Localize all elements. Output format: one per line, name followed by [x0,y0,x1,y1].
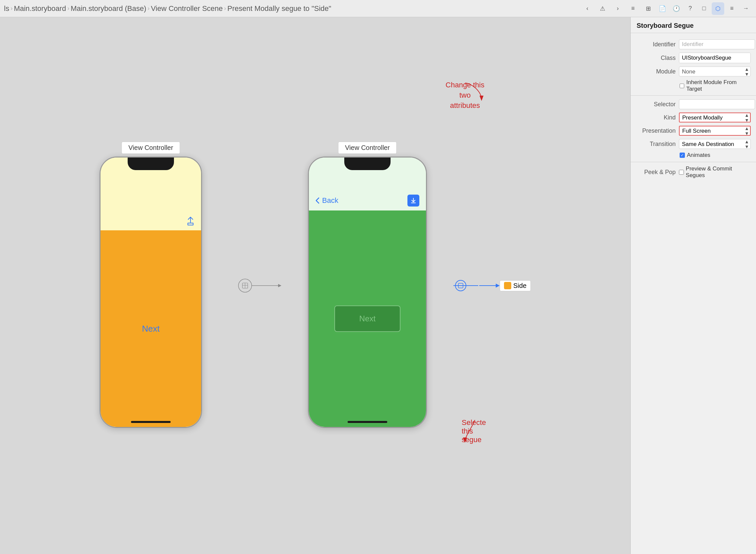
separator-2 [631,162,756,162]
separator-1 [631,95,756,96]
class-input[interactable] [679,53,751,63]
forward-button[interactable]: › [612,3,624,14]
next-button-label: Next [359,314,375,323]
next-button[interactable]: Next [334,306,400,332]
phone1-body: Next [101,230,201,427]
phone1-home-indicator [131,421,171,423]
download-icon[interactable] [407,195,419,207]
breadcrumb-sep-1: › [67,5,69,12]
annotation-change-attrs: Change this twoattributes [445,80,485,101]
side-badge: Side [500,280,531,291]
breadcrumb-main-storyboard-base[interactable]: Main.storyboard (Base) [71,4,146,13]
library-icon[interactable]: □ [698,2,710,15]
identifier-input[interactable] [679,39,755,49]
animates-row: ✓ Animates [631,151,756,160]
class-label: Class [636,55,676,62]
vc2-label: View Controller [338,142,396,154]
segue-connector: Side [453,277,531,294]
animates-label: Animates [687,152,710,159]
panel-body: Identifier Class ⊕ › Module None [631,33,756,554]
peek-row: Peek & Pop Preview & Commit Segues [631,164,756,180]
breadcrumb-main-storyboard[interactable]: Main.storyboard [14,4,66,13]
right-panel: Storyboard Segue Identifier Class ⊕ › Mo… [630,17,756,554]
phone1-content: Next [101,158,201,427]
peek-label: Peek & Pop [636,169,676,176]
identifier-label: Identifier [636,41,676,48]
breadcrumb-sep-2: › [147,5,149,12]
phone2-notch [344,158,391,170]
nav-icon[interactable]: ≡ [726,2,738,15]
module-select-container: None ▲▼ [679,66,751,76]
segue-arrow-svg [229,276,281,295]
inherit-row: Inherit Module From Target [631,78,756,93]
annotation-change-text: Change this twoattributes [445,80,485,111]
back-button-phone[interactable]: Back [315,196,338,205]
animates-checkbox[interactable]: ✓ [680,153,685,158]
presentation-label: Presentation [636,127,676,134]
transition-select[interactable]: Same As Destination Cover Vertical Flip … [679,139,751,149]
phone2-mockup: Back Next [308,157,427,428]
side-badge-label: Side [513,282,526,290]
grid-button[interactable]: ⊞ [642,3,654,14]
kind-select-container: Show Show Detail Present Modally Present… [679,113,751,122]
breadcrumb-sep-3: › [224,5,226,12]
transition-row: Transition Same As Destination Cover Ver… [631,137,756,151]
selector-input[interactable] [679,99,755,109]
kind-row: Kind Show Show Detail Present Modally Pr… [631,111,756,124]
kind-select[interactable]: Show Show Detail Present Modally Present… [679,113,751,122]
side-badge-icon [504,282,511,289]
peek-value: Preview & Commit Segues [686,165,751,179]
breadcrumb-vc-scene[interactable]: View Controller Scene [151,4,223,13]
presentation-row: Presentation Full Screen Automatic Page … [631,124,756,137]
breadcrumb-sep-0: › [11,5,13,12]
vc1-label: View Controller [121,142,180,154]
warning-button[interactable]: ⚠ [596,3,609,14]
phone1-wrapper: View Controller Next [100,157,202,428]
annotation-select-segue: Selecte this segue [462,418,488,445]
inspector-icon[interactable]: ⬡ [712,2,724,15]
presentation-select[interactable]: Full Screen Automatic Page Sheet Form Sh… [679,126,751,136]
phone2-home-indicator [348,421,387,423]
kind-label: Kind [636,114,676,121]
menu-button[interactable]: ≡ [627,3,639,14]
file-icon[interactable]: 📄 [656,2,669,15]
inherit-label: Inherit Module From Target [686,79,751,92]
arrow-right-icon[interactable]: → [740,2,752,15]
phone2-nav: Back [315,195,419,207]
class-input-container: ⊕ › [679,53,751,63]
phone1-mockup: Next [100,157,202,428]
presentation-select-container: Full Screen Automatic Page Sheet Form Sh… [679,126,751,136]
selector-label: Selector [636,101,676,108]
share-icon[interactable] [185,216,196,226]
panel-icons: 📄 🕐 ? □ ⬡ ≡ → [656,2,752,15]
phone1-next-label: Next [142,324,160,334]
peek-checkbox[interactable] [679,170,684,175]
module-row: Module None ▲▼ [631,65,756,78]
breadcrumb-segue[interactable]: Present Modally segue to "Side" [228,4,331,13]
segue-arrow-area [229,276,281,295]
toolbar: ls › Main.storyboard › Main.storyboard (… [0,0,756,17]
svg-marker-10 [496,284,500,288]
breadcrumb: ls › Main.storyboard › Main.storyboard (… [4,4,579,13]
phone2-wrapper: View Controller Back [308,157,427,428]
transition-select-container: Same As Destination Cover Vertical Flip … [679,139,751,149]
clock-icon[interactable]: 🕐 [670,2,683,15]
canvas-area: View Controller Next [0,17,630,554]
transition-label: Transition [636,141,676,148]
phone1-notch [128,158,174,170]
help-icon[interactable]: ? [684,2,696,15]
back-button[interactable]: ‹ [581,3,593,14]
identifier-row: Identifier [631,38,756,51]
inherit-checkbox[interactable] [680,84,684,88]
class-row: Class ⊕ › [631,51,756,65]
phone2-body: Next [309,211,426,427]
selector-row: Selector [631,98,756,111]
breadcrumb-ls[interactable]: ls [4,4,9,13]
main-area: View Controller Next [0,17,756,554]
svg-marker-5 [278,284,281,287]
module-label: Module [636,68,676,75]
segue-connector-svg [453,277,500,294]
phone2-content: Back Next [309,158,426,427]
annotation-select-text: Selecte this segue [462,418,488,444]
module-select[interactable]: None [679,66,751,76]
